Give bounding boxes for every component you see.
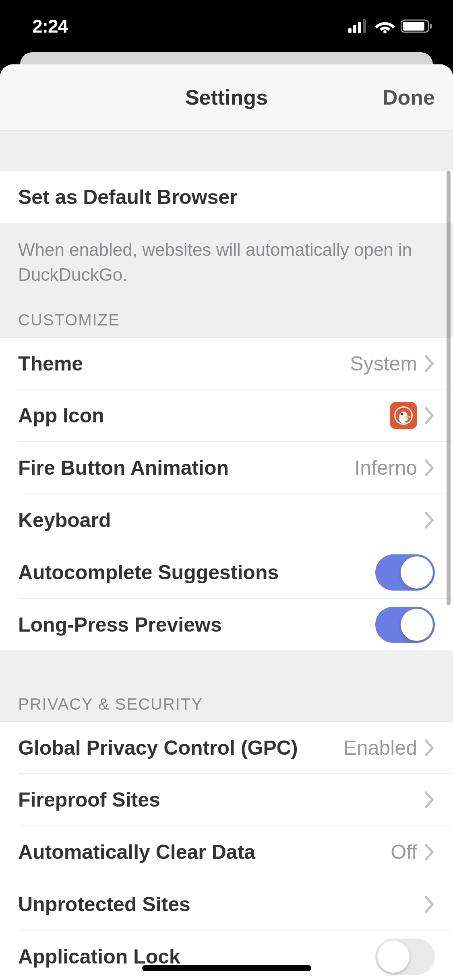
status-icons xyxy=(348,19,433,33)
theme-row[interactable]: Theme System xyxy=(0,337,453,389)
spacer xyxy=(0,131,453,171)
fire-animation-label: Fire Button Animation xyxy=(18,456,354,480)
cellular-icon xyxy=(348,19,369,33)
chevron-right-icon xyxy=(424,355,435,373)
app-icon-thumb xyxy=(390,402,417,429)
fireproof-label: Fireproof Sites xyxy=(18,788,424,811)
privacy-header: Privacy & Security xyxy=(0,651,453,721)
autoclear-value: Off xyxy=(391,840,417,864)
keyboard-row[interactable]: Keyboard xyxy=(0,494,453,546)
chevron-right-icon xyxy=(424,791,435,809)
chevron-right-icon xyxy=(424,407,435,424)
svg-rect-6 xyxy=(403,22,424,31)
wifi-icon xyxy=(375,19,395,33)
svg-rect-1 xyxy=(353,25,356,33)
svg-rect-7 xyxy=(430,24,432,29)
chevron-right-icon xyxy=(424,511,435,529)
svg-rect-3 xyxy=(363,19,366,33)
set-default-label: Set as Default Browser xyxy=(18,185,435,209)
fire-animation-value: Inferno xyxy=(354,456,417,480)
chevron-right-icon xyxy=(424,739,435,757)
theme-value: System xyxy=(350,352,417,375)
unprotected-label: Unprotected Sites xyxy=(18,893,424,916)
autocomplete-row: Autocomplete Suggestions xyxy=(0,546,453,599)
theme-label: Theme xyxy=(18,352,350,375)
app-icon-label: App Icon xyxy=(18,404,390,427)
fire-animation-row[interactable]: Fire Button Animation Inferno xyxy=(0,442,453,494)
battery-icon xyxy=(401,19,433,33)
nav-bar: Settings Done xyxy=(0,64,453,131)
unprotected-row[interactable]: Unprotected Sites xyxy=(0,878,453,931)
app-icon-row[interactable]: App Icon xyxy=(0,389,453,442)
status-time: 2:24 xyxy=(32,15,68,37)
applock-toggle[interactable] xyxy=(375,939,435,975)
gpc-row[interactable]: Global Privacy Control (GPC) Enabled xyxy=(0,721,453,774)
done-button[interactable]: Done xyxy=(383,85,435,109)
autoclear-row[interactable]: Automatically Clear Data Off xyxy=(0,826,453,878)
customize-header: Customize xyxy=(0,299,453,337)
default-footer-text: When enabled, websites will automaticall… xyxy=(0,223,453,299)
page-title: Settings xyxy=(185,85,268,109)
gpc-label: Global Privacy Control (GPC) xyxy=(18,736,343,760)
autoclear-label: Automatically Clear Data xyxy=(18,840,391,864)
longpress-label: Long-Press Previews xyxy=(18,613,375,636)
status-bar: 2:24 xyxy=(0,0,453,52)
svg-rect-2 xyxy=(358,22,361,33)
home-indicator[interactable] xyxy=(142,965,311,971)
applock-row: Application Lock xyxy=(0,931,453,980)
gpc-value: Enabled xyxy=(343,736,418,760)
settings-sheet: Settings Done Set as Default Browser Whe… xyxy=(0,64,453,980)
chevron-right-icon xyxy=(424,896,435,913)
svg-point-11 xyxy=(401,413,403,415)
longpress-row: Long-Press Previews xyxy=(0,599,453,651)
scroll-indicator xyxy=(447,171,451,605)
autocomplete-toggle[interactable] xyxy=(375,554,435,591)
svg-point-4 xyxy=(383,30,387,33)
chevron-right-icon xyxy=(424,459,435,477)
longpress-toggle[interactable] xyxy=(375,607,435,643)
set-default-browser-row[interactable]: Set as Default Browser xyxy=(0,171,453,223)
svg-rect-0 xyxy=(348,28,352,33)
autocomplete-label: Autocomplete Suggestions xyxy=(18,561,375,584)
settings-list[interactable]: Set as Default Browser When enabled, web… xyxy=(0,131,453,980)
fireproof-row[interactable]: Fireproof Sites xyxy=(0,774,453,826)
keyboard-label: Keyboard xyxy=(18,509,424,532)
chevron-right-icon xyxy=(424,843,435,861)
